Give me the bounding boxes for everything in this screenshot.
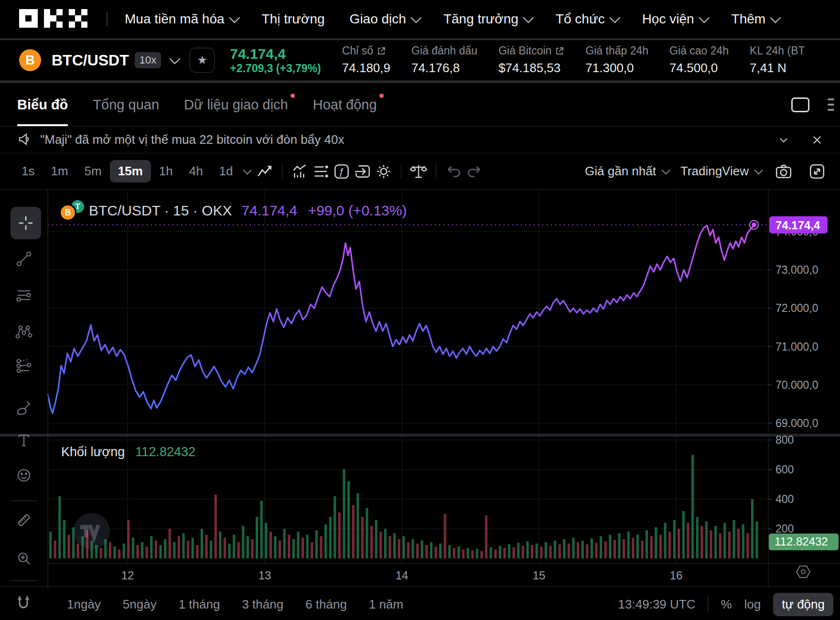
external-link-icon[interactable]	[555, 46, 564, 56]
settings-gear-icon[interactable]	[373, 161, 394, 182]
indicator-templates-icon[interactable]	[310, 161, 331, 182]
external-link-icon[interactable]	[377, 46, 386, 56]
date-ranges: 1ngày5ngày1 tháng3 tháng6 tháng1 năm	[67, 597, 403, 612]
okx-logo-icon[interactable]	[19, 9, 87, 30]
price-source-selector[interactable]: Giá gần nhất	[585, 164, 668, 179]
tool-divider	[11, 580, 37, 581]
toolbar-divider	[282, 164, 282, 179]
brush-tool-icon[interactable]	[14, 399, 33, 418]
timeframe-1d[interactable]: 1d	[211, 160, 241, 182]
timeframe-15m[interactable]: 15m	[110, 160, 151, 182]
range-3[interactable]: 1 tháng	[179, 597, 220, 612]
stat-label-text: Chỉ số	[342, 44, 373, 58]
nav-item-1[interactable]: Mua tiền mã hóa	[125, 11, 237, 27]
percent-scale-button[interactable]: %	[721, 597, 732, 612]
nav-item-4[interactable]: Tăng trưởng	[443, 11, 531, 27]
volume-legend: Khối lượng 112.82432	[61, 445, 195, 460]
stat-label: Giá thấp 24h	[585, 44, 648, 58]
order-panel-icon[interactable]	[352, 161, 373, 182]
announcement-text[interactable]: "Maji" đã mở một vị thế mua 22 bitcoin v…	[40, 132, 778, 147]
notification-dot	[379, 94, 384, 98]
line-style-icon[interactable]	[254, 161, 275, 182]
timeframe-1m[interactable]: 1m	[43, 160, 76, 182]
redo-icon[interactable]	[464, 161, 485, 182]
ticker-stats: Chỉ số74.180,9Giá đánh dấu74.176,8Giá Bi…	[342, 44, 840, 76]
long-short-scales-icon[interactable]	[408, 161, 429, 182]
price-chart-svg[interactable]: 74.000,073.000,072.000,071.000,070.000,0…	[0, 190, 840, 588]
menu-lines-icon[interactable]	[828, 98, 834, 111]
stat-label: Giá cao 24h	[669, 44, 729, 58]
nav-divider	[107, 12, 108, 26]
zoom-in-tool-icon[interactable]	[14, 549, 33, 568]
chart-area[interactable]: 74.000,073.000,072.000,071.000,070.000,0…	[0, 190, 840, 588]
timeframe-1h[interactable]: 1h	[151, 160, 181, 182]
nav-item-3[interactable]: Giao dịch	[350, 11, 419, 27]
nav-item-2[interactable]: Thị trường	[262, 11, 325, 27]
stat-value: 74.176,8	[411, 60, 477, 76]
range-2[interactable]: 5ngày	[123, 597, 157, 612]
camera-snapshot-icon[interactable]	[773, 161, 794, 182]
legend-price: 74.174,4	[242, 203, 298, 218]
ticker-stat-4: Giá thấp 24h71.300,0	[585, 44, 648, 76]
volume-axis-label: 800	[775, 434, 794, 446]
legend-symbol[interactable]: BTC/USDT · 15 · OKX	[89, 203, 232, 219]
fullscreen-icon[interactable]	[807, 161, 828, 182]
log-scale-button[interactable]: log	[744, 597, 761, 612]
horizontal-lines-tool-icon[interactable]	[14, 286, 33, 305]
timeframe-chevron-down-icon[interactable]	[243, 166, 251, 174]
stat-label: Giá đánh dấu	[411, 44, 477, 58]
nav-chevron-down-icon	[410, 12, 421, 23]
tab-3[interactable]: Dữ liệu giao dịch	[184, 83, 288, 126]
xabcd-pattern-tool-icon[interactable]	[14, 322, 33, 342]
ruler-tool-icon[interactable]	[14, 511, 33, 530]
bottom-right: 13:49:39 UTC % log tự động	[618, 593, 833, 616]
tab-1[interactable]: Biểu đồ	[17, 83, 68, 126]
layout-window-icon[interactable]	[791, 97, 809, 112]
clock[interactable]: 13:49:39 UTC	[618, 597, 696, 612]
range-1[interactable]: 1ngày	[67, 597, 101, 612]
magnet-icon[interactable]	[14, 592, 32, 618]
timeframe-1s[interactable]: 1s	[13, 160, 43, 182]
indicators-icon[interactable]	[289, 161, 310, 182]
toolbar-divider	[436, 164, 436, 179]
crosshair-tool-icon[interactable]	[11, 207, 41, 239]
tab-4[interactable]: Hoạt động	[313, 83, 377, 126]
timeframe-4h[interactable]: 4h	[181, 160, 211, 182]
okx-trading-app: Mua tiền mã hóaThị trườngGiao dịchTăng t…	[0, 0, 840, 620]
leverage-badge[interactable]: 10x	[135, 52, 161, 68]
pair-name[interactable]: BTC/USDT	[52, 52, 129, 69]
range-4[interactable]: 3 tháng	[242, 597, 283, 612]
tab-label: Hoạt động	[313, 97, 377, 113]
main-nav: Mua tiền mã hóaThị trườngGiao dịchTăng t…	[125, 11, 778, 27]
svg-text:112.82432: 112.82432	[775, 535, 828, 548]
pair-chevron-down-icon[interactable]	[170, 53, 181, 64]
axis-settings-hexagon-icon[interactable]	[797, 566, 810, 577]
fx-function-icon[interactable]: ƒ	[331, 161, 352, 182]
nav-item-5[interactable]: Tổ chức	[556, 11, 617, 27]
provider-chevron-icon	[754, 166, 763, 174]
tab-label: Tổng quan	[93, 97, 159, 113]
nav-item-6[interactable]: Học viện	[642, 11, 707, 27]
price-axis-label: 70.000,0	[775, 379, 818, 391]
timeframe-5m[interactable]: 5m	[76, 160, 110, 182]
provider-selector[interactable]: TradingView	[680, 164, 761, 179]
emoji-tool-icon[interactable]	[14, 466, 33, 485]
auto-scale-button[interactable]: tự động	[773, 593, 833, 616]
announcement-close-icon[interactable]	[811, 134, 823, 146]
range-5[interactable]: 6 tháng	[305, 597, 347, 612]
favorite-star-button[interactable]: ★	[190, 48, 215, 73]
forecast-tool-icon[interactable]	[14, 356, 33, 375]
nav-item-7[interactable]: Thêm	[732, 11, 778, 27]
stat-label-text: Giá cao 24h	[669, 44, 729, 58]
range-6[interactable]: 1 năm	[369, 597, 403, 612]
undo-icon[interactable]	[443, 161, 464, 182]
nav-chevron-down-icon	[609, 12, 620, 23]
volume-label[interactable]: Khối lượng	[61, 445, 125, 460]
announcement-chevron-down-icon[interactable]	[778, 134, 789, 146]
legend-change: +99,0 (+0.13%)	[308, 203, 407, 218]
text-tool-icon[interactable]	[14, 431, 33, 450]
tab-label: Biểu đồ	[17, 97, 68, 113]
trend-line-tool-icon[interactable]	[14, 249, 33, 268]
tab-2[interactable]: Tổng quan	[93, 83, 159, 126]
btc-coin-icon: B	[19, 49, 41, 71]
